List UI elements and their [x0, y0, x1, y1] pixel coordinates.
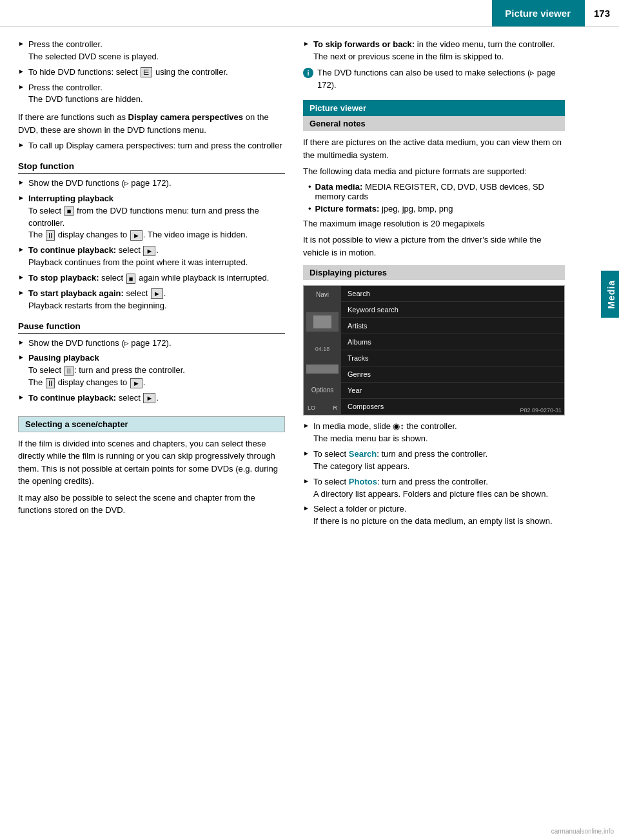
arrow-icon: ► [18, 68, 25, 79]
bullet-picture-formats: • Picture formats: jpeg, jpg, bmp, png [303, 204, 565, 214]
screenshot-box: Navi 04:18 Options LO R Search Keyword s… [303, 285, 565, 415]
bullet-dot-icon: • [308, 182, 311, 201]
list-item: ► To call up Display camera perspectives… [18, 140, 285, 152]
button-icon: ► [130, 378, 142, 388]
button-icon: ■ [64, 206, 74, 216]
general-notes-heading: General notes [303, 116, 565, 131]
arrow-icon: ► [303, 505, 310, 528]
list-item: ► To select Photos: turn and press the c… [303, 476, 565, 501]
screenshot-sidebar: Navi 04:18 Options LO R [304, 286, 341, 415]
list-item: ► To hide DVD functions: select ⋿ using … [18, 66, 285, 79]
header-page: 173 [584, 0, 619, 26]
arrow-icon: ► [18, 354, 25, 389]
arrow-icon: ► [303, 40, 310, 63]
teal-search-link: Search [349, 449, 377, 459]
bullet-data-media: • Data media: MEDIA REGISTER, CD, DVD, U… [303, 182, 565, 201]
selecting-scene-box: Selecting a scene/chapter [18, 416, 285, 432]
driver-text: It is not possible to view a picture fro… [303, 234, 565, 259]
info-icon: i [303, 68, 313, 78]
list-item: ► Press the controller.The selected DVD … [18, 39, 285, 63]
list-item: ► Select a folder or picture. If there i… [303, 503, 565, 528]
arrow-icon: ► [18, 394, 25, 405]
bullet-text: Picture formats: jpeg, jpg, bmp, png [315, 204, 453, 214]
bullet-text: Data media: MEDIA REGISTER, CD, DVD, USB… [315, 182, 565, 201]
teal-photos-link: Photos [349, 477, 377, 486]
item-text: To select Photos: turn and press the con… [313, 476, 565, 501]
screenshot-caption: P82.89-0270-31 [520, 407, 562, 414]
screenshot-menu-artists: Artists [341, 318, 564, 334]
side-tab-media: Media [601, 271, 619, 318]
list-item: ► Pausing playback To select II: turn an… [18, 352, 285, 389]
arrow-icon: ► [18, 141, 25, 152]
stop-function-heading: Stop function [18, 161, 285, 174]
bullet-dot-icon: • [308, 204, 311, 214]
arrow-icon: ► [18, 194, 25, 241]
bold-label: Data media: [315, 182, 363, 192]
arrow-icon: ► [18, 40, 25, 63]
item-text: To stop playback: select ■ again while p… [28, 272, 285, 285]
button-icon: ► [151, 288, 163, 299]
button-icon: II [46, 378, 55, 388]
list-item: ► To start playback again: select ►. Pla… [18, 288, 285, 312]
button-icon: ► [143, 246, 155, 256]
arrow-icon: ► [18, 289, 25, 312]
item-text: Interrupting playback To select ■ from t… [28, 193, 285, 241]
resolution-text: The maximum image resolution is 20 megap… [303, 217, 565, 230]
header-bar: Picture viewer 173 [0, 0, 619, 27]
list-item: ► Show the DVD functions (▹ page 172). [18, 177, 285, 190]
screenshot-menu-tracks: Tracks [341, 350, 564, 366]
list-item: ► In media mode, slide ◉↕ the controller… [303, 421, 565, 445]
bold-text: To skip forwards or back: [313, 39, 415, 49]
list-item: ► Press the controller.The DVD functions… [18, 82, 285, 106]
list-item: ► To select Search: turn and press the c… [303, 448, 565, 473]
button-icon: ⋿ [141, 67, 152, 77]
list-item: ► Interrupting playback To select ■ from… [18, 193, 285, 241]
item-text: Press the controller.The DVD functions a… [28, 82, 285, 106]
arrow-icon: ► [18, 339, 25, 350]
picture-viewer-para1: If there are pictures on the active data… [303, 136, 565, 161]
bold-text: To continue playback: [28, 245, 116, 255]
item-text: Press the controller.The selected DVD sc… [28, 39, 285, 63]
screenshot-menu-photos: Photos [341, 415, 564, 415]
screenshot-menu-year: Year [341, 383, 564, 399]
item-text: To continue playback: select ►. [28, 392, 285, 405]
bold-label: Picture formats: [315, 204, 380, 214]
item-text: In media mode, slide ◉↕ the controller. … [313, 421, 565, 445]
screenshot-label-navi: Navi [306, 290, 339, 299]
screenshot-menu-search: Search [341, 286, 564, 302]
main-content: ► Press the controller.The selected DVD … [0, 27, 619, 531]
item-text: Show the DVD functions (▹ page 172). [28, 337, 285, 350]
selecting-scene-para2: It may also be possible to select the sc… [18, 492, 285, 517]
list-item: ► Show the DVD functions (▹ page 172). [18, 337, 285, 350]
bold-text: To stop playback: [28, 273, 99, 283]
button-icon: II [64, 366, 74, 376]
screenshot-inner: Navi 04:18 Options LO R Search Keyword s… [304, 286, 564, 415]
selecting-scene-para1: If the film is divided into scenes and c… [18, 437, 285, 488]
pause-function-heading: Pause function [18, 321, 285, 334]
button-icon: II [46, 230, 55, 241]
list-item: ► To continue playback: select ►. Playba… [18, 245, 285, 269]
item-text: To skip forwards or back: in the video m… [313, 39, 565, 63]
arrow-icon: ► [303, 422, 310, 445]
button-icon: ► [143, 393, 155, 403]
item-text: Show the DVD functions (▹ page 172). [28, 177, 285, 190]
arrow-icon: ► [18, 274, 25, 285]
bold-text: To continue playback: [28, 393, 116, 403]
picture-viewer-teal-heading: Picture viewer [303, 100, 565, 116]
item-text: To select Search: turn and press the con… [313, 448, 565, 473]
item-text: Pausing playback To select II: turn and … [28, 352, 285, 389]
bold-text: Display camera perspectives [128, 112, 244, 122]
arrow-icon: ► [18, 246, 25, 269]
screenshot-menu-keyword: Keyword search [341, 302, 564, 318]
item-text: To start playback again: select ►. Playb… [28, 288, 285, 312]
item-text: To call up Display camera perspectives: … [28, 140, 285, 152]
screenshot-label-options: Options [306, 385, 339, 395]
list-item: ► To skip forwards or back: in the video… [303, 39, 565, 63]
header-right: Picture viewer 173 [492, 0, 619, 26]
button-icon: ■ [126, 274, 136, 284]
arrow-icon: ► [303, 450, 310, 473]
item-text: To continue playback: select ►. Playback… [28, 245, 285, 269]
info-text: The DVD functions can also be used to ma… [317, 67, 565, 92]
list-item: ► To continue playback: select ►. [18, 392, 285, 405]
screenshot-menu-genres: Genres [341, 366, 564, 383]
